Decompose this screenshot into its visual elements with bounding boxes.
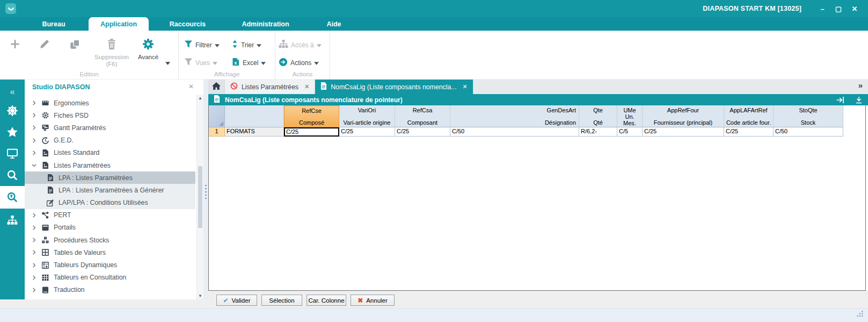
document-tab[interactable]: NomCsaLig (Liste composants nomencla...✕ [315, 80, 473, 94]
monitor-icon[interactable] [0, 143, 25, 164]
gear-icon [142, 36, 154, 52]
excel-button[interactable]: x Excel [231, 54, 279, 71]
tree-item[interactable]: Traduction [25, 284, 195, 296]
column-header-RefCse[interactable]: RefCseComposé [284, 105, 339, 127]
car-colonne-button[interactable]: Car. Colonne [307, 295, 346, 306]
grid-cell-editing[interactable]: C/25 [284, 127, 339, 137]
tree-item[interactable]: PERT [25, 209, 195, 221]
scrollbar-thumb[interactable] [198, 166, 202, 227]
document-tab[interactable]: Listes Paramétrées✕ [225, 80, 315, 94]
tree-item[interactable]: Gantt Paramétrés [25, 121, 195, 134]
chevron-right-icon[interactable] [30, 263, 38, 268]
chevron-right-icon[interactable] [30, 275, 38, 280]
close-icon[interactable]: ✕ [850, 4, 859, 13]
tree-item[interactable]: LPA : Listes Paramétrées [25, 171, 195, 184]
tree-item[interactable]: G.E.D. [25, 134, 195, 147]
app-logo-icon [5, 3, 16, 14]
grid-cell[interactable]: FORMATS [225, 127, 284, 137]
chevron-right-icon[interactable] [30, 213, 38, 218]
chevron-right-icon[interactable] [30, 225, 38, 230]
column-header-blank[interactable] [225, 105, 284, 127]
menu-tab-raccourcis[interactable]: Raccourcis [149, 17, 227, 31]
select-all-corner[interactable] [209, 105, 225, 127]
search-icon[interactable] [0, 164, 25, 186]
column-header-GenDesArt[interactable]: GenDesArtDésignation [450, 105, 579, 127]
tree-item[interactable]: Ergonomies [25, 97, 195, 109]
sidebar-splitter[interactable] [203, 80, 208, 299]
download-icon[interactable] [855, 96, 863, 104]
chevron-right-icon[interactable] [30, 113, 38, 118]
tree-item[interactable]: Fiches PSD [25, 109, 195, 121]
actions-button[interactable]: Actions [279, 54, 330, 71]
goto-end-icon[interactable] [836, 96, 845, 104]
tree-item-label: Tableurs en Consultation [54, 274, 126, 281]
scroll-up-icon[interactable]: ▲ [197, 96, 203, 101]
resize-grip-icon[interactable] [857, 310, 864, 319]
star-icon[interactable] [0, 121, 25, 143]
menu-tab-application[interactable]: Application [89, 17, 149, 31]
column-header-RefCsa[interactable]: RefCsaComposant [395, 105, 450, 127]
chevron-right-icon[interactable] [30, 125, 38, 130]
tab-close-icon[interactable]: ✕ [304, 83, 309, 90]
tree-item-label: Gantt Paramétrés [54, 124, 106, 132]
tree-item[interactable]: Listes Paramétrées [25, 159, 195, 171]
portal-icon [41, 224, 49, 231]
window-controls: – ▢ ✕ [818, 4, 859, 13]
annuler-button[interactable]: ✖Annuler [351, 295, 395, 306]
grid-cell[interactable]: C/50 [450, 127, 579, 137]
sidebar-close-icon[interactable]: ✕ [188, 83, 194, 90]
chevron-right-icon[interactable] [30, 138, 38, 143]
tab-overflow-icon[interactable]: » [858, 81, 863, 90]
maximize-icon[interactable]: ▢ [834, 4, 843, 13]
chevron-right-icon[interactable] [30, 288, 38, 292]
sort-button[interactable]: Trier [231, 36, 279, 54]
chevron-right-icon[interactable] [30, 101, 38, 105]
tree-item[interactable]: Tableurs en Consultation [25, 271, 195, 284]
trash-icon [106, 36, 117, 52]
column-header-AppLAFArtRef[interactable]: AppLAFArtRefCode article four. [724, 105, 774, 127]
menu-tab-administration[interactable]: Administration [227, 17, 304, 31]
sidebar-scrollbar[interactable]: ▲ ▼ [196, 95, 203, 299]
scroll-down-icon[interactable]: ▼ [197, 294, 203, 298]
grid-cell[interactable]: C/25 [395, 127, 450, 137]
document-tabstrip: Listes Paramétrées✕NomCsaLig (Liste comp… [208, 80, 868, 94]
collapse-sidebar-icon[interactable]: « [0, 84, 25, 100]
home-icon [212, 82, 221, 92]
grid-cell[interactable]: C/5 [617, 127, 643, 137]
filter-icon [184, 58, 193, 68]
column-header-VariOri[interactable]: VariOriVari-article origine [339, 105, 395, 127]
chevron-down-icon[interactable] [30, 163, 38, 168]
filter-button[interactable]: Filtrer [184, 36, 231, 54]
menu-tab-bureau[interactable]: Bureau [19, 17, 89, 31]
sitemap-icon[interactable] [0, 209, 25, 232]
grid-cell[interactable]: C/50 [774, 127, 843, 137]
column-header-AppRefFour[interactable]: AppRefFourFournisseur (principal) [643, 105, 724, 127]
column-label: Composant [397, 119, 448, 126]
tree-item[interactable]: Tableurs Dynamiques [25, 259, 195, 271]
tree-item[interactable]: Listes Standard [25, 147, 195, 159]
chevron-right-icon[interactable] [30, 151, 38, 155]
tree-item[interactable]: LPA : Listes Paramétrées à Générer [25, 184, 195, 196]
column-header-UMe[interactable]: UMeUn. Mes. [617, 105, 643, 127]
column-header-Qte[interactable]: QteQté [579, 105, 617, 127]
helm-icon[interactable] [0, 100, 25, 121]
column-header-StoQte[interactable]: StoQteStock [774, 105, 843, 127]
tree-item[interactable]: Procédures Stocks [25, 234, 195, 246]
tree-item[interactable]: Tables de Valeurs [25, 246, 195, 259]
grid-cell[interactable]: C/25 [339, 127, 395, 137]
row-number[interactable]: 1 [209, 127, 225, 137]
grid-cell[interactable]: C/25 [643, 127, 724, 137]
tab-close-icon[interactable]: ✕ [463, 83, 468, 90]
s-lection-button[interactable]: Sélection [261, 295, 302, 306]
valider-button[interactable]: ✔Valider [216, 295, 257, 306]
search-pin-icon[interactable] [0, 186, 25, 209]
home-tab[interactable] [208, 80, 225, 94]
minimize-icon[interactable]: – [818, 4, 827, 13]
chevron-right-icon[interactable] [30, 238, 38, 242]
chevron-right-icon[interactable] [30, 250, 38, 255]
menu-tab-aide[interactable]: Aide [304, 17, 363, 31]
grid-cell[interactable]: C/25 [724, 127, 774, 137]
tree-item[interactable]: LAP/LPA : Conditions Utilisées [25, 197, 195, 209]
tree-item[interactable]: Portails [25, 221, 195, 234]
grid-cell[interactable]: R/6,2- [579, 127, 617, 137]
